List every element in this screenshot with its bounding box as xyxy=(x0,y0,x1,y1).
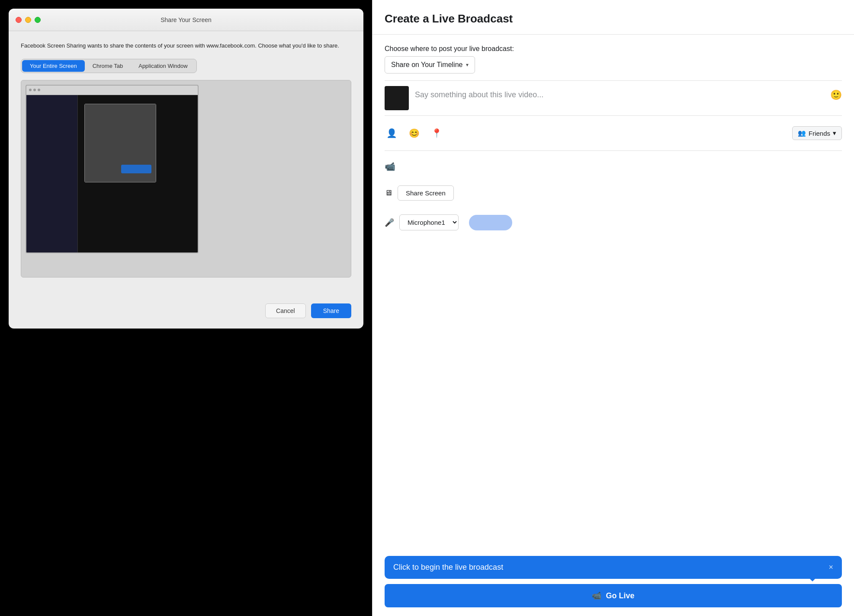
maximize-button[interactable] xyxy=(35,17,41,23)
divider xyxy=(385,150,842,151)
facebook-panel: Create a Live Broadcast Choose where to … xyxy=(372,0,854,616)
compose-placeholder[interactable]: Say something about this live video... xyxy=(415,86,543,99)
tabs-container: Your Entire Screen Chrome Tab Applicatio… xyxy=(21,59,197,73)
camera-row: 📹 xyxy=(385,158,842,175)
fb-body: Choose where to post your live broadcast… xyxy=(372,35,854,616)
close-icon[interactable]: × xyxy=(828,563,833,572)
chevron-down-icon: ▾ xyxy=(466,62,469,68)
monitor-icon: 🖥 xyxy=(385,188,392,198)
friends-icon: 👥 xyxy=(798,129,806,137)
thumb-dot-3 xyxy=(38,89,40,91)
tab-app-window[interactable]: Application Window xyxy=(131,60,195,72)
thumb-sidebar xyxy=(26,95,78,252)
fb-header: Create a Live Broadcast xyxy=(372,0,854,35)
tag-icon[interactable]: 👤 xyxy=(385,126,398,140)
voice-level-indicator xyxy=(469,215,512,230)
fb-title: Create a Live Broadcast xyxy=(385,12,842,26)
audience-label: Friends xyxy=(809,130,830,137)
avatar xyxy=(385,86,409,110)
screen-preview-area xyxy=(21,80,351,278)
share-screen-dialog: Share Your Screen Facebook Screen Sharin… xyxy=(9,9,363,329)
screen-thumbnail[interactable] xyxy=(26,85,199,253)
cancel-button[interactable]: Cancel xyxy=(265,303,306,318)
post-tools: 👤 😊 📍 👥 Friends ▾ xyxy=(385,123,842,144)
thumb-main xyxy=(78,95,198,252)
microphone-row: 🎤 Microphone1 xyxy=(385,211,842,234)
dialog-description: Facebook Screen Sharing wants to share t… xyxy=(21,41,351,50)
microphone-icon: 🎤 xyxy=(385,218,394,227)
tab-chrome[interactable]: Chrome Tab xyxy=(85,60,131,72)
thumb-nested-inner xyxy=(85,104,156,182)
minimize-button[interactable] xyxy=(25,17,31,23)
choose-section: Choose where to post your live broadcast… xyxy=(385,45,842,73)
go-live-camera-icon: 📹 xyxy=(592,591,601,600)
go-live-label: Go Live xyxy=(606,591,634,600)
thumb-dot-2 xyxy=(33,89,36,91)
thumb-browser-bar xyxy=(26,86,198,95)
tooltip-bubble[interactable]: Click to begin the live broadcast × xyxy=(385,556,842,579)
share-screen-button[interactable]: Share Screen xyxy=(398,185,454,201)
dialog-footer: Cancel Share xyxy=(9,297,363,329)
thumb-highlight xyxy=(121,165,151,173)
thumb-inner xyxy=(26,86,198,252)
camera-icon: 📹 xyxy=(385,161,395,172)
choose-label: Choose where to post your live broadcast… xyxy=(385,45,842,53)
audience-selector[interactable]: 👥 Friends ▾ xyxy=(792,126,842,140)
dropdown-label: Share on Your Timeline xyxy=(391,61,462,69)
thumb-nested-window xyxy=(84,104,156,182)
emoji-reaction-icon[interactable]: 😊 xyxy=(407,126,421,140)
dialog-title: Share Your Screen xyxy=(161,16,212,23)
dialog-body: Facebook Screen Sharing wants to share t… xyxy=(9,31,363,297)
fb-bottom: Click to begin the live broadcast × 📹 Go… xyxy=(372,547,854,616)
audience-chevron-icon: ▾ xyxy=(833,129,836,137)
emoji-icon[interactable]: 🙂 xyxy=(830,86,842,101)
timeline-dropdown[interactable]: Share on Your Timeline ▾ xyxy=(385,56,475,73)
share-button[interactable]: Share xyxy=(311,303,351,318)
tab-entire-screen[interactable]: Your Entire Screen xyxy=(22,60,85,72)
location-icon[interactable]: 📍 xyxy=(430,126,443,140)
microphone-select[interactable]: Microphone1 xyxy=(399,214,459,230)
tooltip-text: Click to begin the live broadcast xyxy=(393,563,503,572)
post-compose: Say something about this live video... 🙂 xyxy=(385,80,842,116)
share-screen-row: 🖥 Share Screen xyxy=(385,182,842,204)
thumb-content xyxy=(26,95,198,252)
go-live-button[interactable]: 📹 Go Live xyxy=(385,584,842,607)
title-bar: Share Your Screen xyxy=(9,9,363,31)
traffic-lights xyxy=(16,17,41,23)
close-button[interactable] xyxy=(16,17,22,23)
thumb-dot-1 xyxy=(29,89,32,91)
